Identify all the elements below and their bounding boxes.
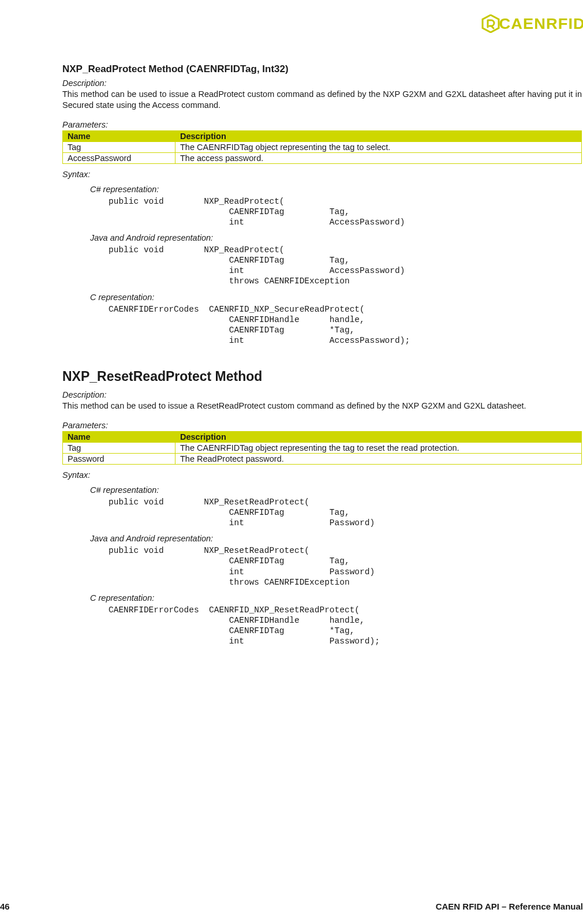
table-cell: The access password.: [175, 152, 582, 163]
table-cell: Tag: [63, 141, 175, 152]
parameters-table: Name Description Tag The CAENRFIDTag obj…: [62, 431, 582, 465]
c-code: CAENRFIDErrorCodes CAENRFID_NXP_SecureRe…: [109, 304, 582, 346]
java-label: Java and Android representation:: [90, 233, 582, 242]
csharp-label: C# representation:: [90, 485, 582, 495]
csharp-code: public void NXP_ReadProtect( CAENRFIDTag…: [109, 196, 582, 227]
page-content: NXP_ReadProtect Method (CAENRFIDTag, Int…: [0, 12, 582, 646]
parameters-label: Parameters:: [62, 421, 582, 430]
parameters-table: Name Description Tag The CAENRFIDTag obj…: [62, 130, 582, 164]
table-row: AccessPassword The access password.: [63, 152, 582, 163]
c-code: CAENRFIDErrorCodes CAENRFID_NXP_ResetRea…: [109, 605, 582, 647]
footer-title: CAEN RFID API – Reference Manual: [436, 901, 583, 911]
table-row: Password The ReadProtect password.: [63, 453, 582, 464]
svg-marker-0: [483, 15, 499, 32]
table-cell: The CAENRFIDTag object representing the …: [175, 141, 582, 152]
java-code: public void NXP_ReadProtect( CAENRFIDTag…: [109, 245, 582, 287]
method-title: NXP_ResetReadProtect Method: [62, 369, 582, 384]
parameters-label: Parameters:: [62, 120, 582, 129]
java-label: Java and Android representation:: [90, 534, 582, 543]
page-footer: 46 CAEN RFID API – Reference Manual: [0, 901, 583, 911]
table-header: Name: [63, 130, 175, 141]
table-header-row: Name Description: [63, 431, 582, 442]
description-label: Description:: [62, 390, 582, 399]
table-cell: Password: [63, 453, 175, 464]
page-number: 46: [0, 901, 10, 911]
table-cell: Tag: [63, 442, 175, 453]
description-label: Description:: [62, 78, 582, 88]
table-cell: The ReadProtect password.: [175, 453, 582, 464]
method-title: NXP_ReadProtect Method (CAENRFIDTag, Int…: [62, 63, 582, 75]
table-header: Description: [175, 130, 582, 141]
c-label: C representation:: [90, 593, 582, 603]
table-cell: The CAENRFIDTag object representing the …: [175, 442, 582, 453]
description-text: This method can be used to issue a Reset…: [62, 401, 582, 412]
table-header-row: Name Description: [63, 130, 582, 141]
brand-name: CAENRFID: [499, 15, 583, 33]
table-row: Tag The CAENRFIDTag object representing …: [63, 442, 582, 453]
brand-logo: CAENRFID: [481, 14, 583, 33]
table-cell: AccessPassword: [63, 152, 175, 163]
csharp-code: public void NXP_ResetReadProtect( CAENRF…: [109, 497, 582, 528]
description-text: This method can be used to issue a ReadP…: [62, 89, 582, 111]
table-header: Description: [175, 431, 582, 442]
syntax-label: Syntax:: [62, 170, 582, 179]
table-header: Name: [63, 431, 175, 442]
table-row: Tag The CAENRFIDTag object representing …: [63, 141, 582, 152]
c-label: C representation:: [90, 293, 582, 302]
hexagon-icon: [481, 14, 500, 33]
java-code: public void NXP_ResetReadProtect( CAENRF…: [109, 545, 582, 588]
csharp-label: C# representation:: [90, 185, 582, 194]
syntax-label: Syntax:: [62, 470, 582, 480]
